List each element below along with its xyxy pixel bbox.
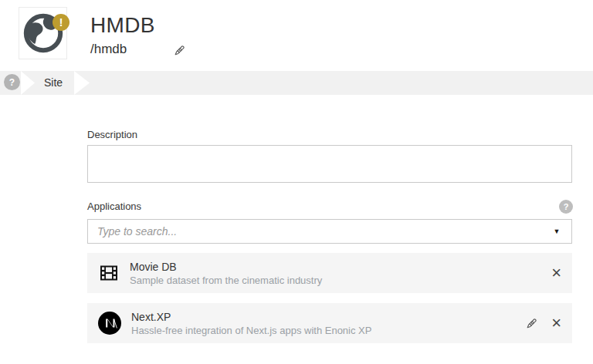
applications-label: Applications: [87, 201, 141, 212]
application-description: Sample dataset from the cinematic indust…: [130, 275, 322, 286]
film-strip-icon: [98, 262, 120, 284]
page-path[interactable]: /hmdb: [90, 42, 127, 57]
application-info: Movie DB Sample dataset from the cinemat…: [130, 261, 322, 286]
help-icon[interactable]: ?: [4, 74, 20, 90]
application-row-movie-db: Movie DB Sample dataset from the cinemat…: [87, 253, 572, 293]
description-textarea[interactable]: [87, 145, 572, 183]
site-wizard-panel: ! HMDB /hmdb ? Site Description Applicat…: [0, 0, 593, 364]
edit-name-icon[interactable]: [173, 44, 186, 57]
application-description: Hassle-free integration of Next.js apps …: [131, 325, 371, 336]
warning-badge: !: [53, 14, 69, 31]
remove-application-button[interactable]: ×: [551, 265, 561, 281]
application-selector: ▼: [87, 219, 572, 244]
application-search-input[interactable]: [88, 220, 542, 243]
warning-badge-glyph: !: [59, 16, 63, 29]
row-actions: ×: [551, 265, 561, 281]
page-title[interactable]: HMDB: [90, 13, 155, 38]
tab-site[interactable]: Site: [44, 71, 63, 95]
application-row-next-xp: Next.XP Hassle-free integration of Next.…: [87, 303, 572, 343]
application-name: Next.XP: [131, 311, 371, 323]
application-name: Movie DB: [130, 261, 322, 273]
application-info: Next.XP Hassle-free integration of Next.…: [131, 311, 371, 336]
edit-application-icon[interactable]: [525, 317, 538, 330]
description-label: Description: [87, 129, 137, 140]
row-actions: ×: [525, 315, 561, 331]
site-thumbnail: !: [19, 7, 67, 59]
remove-application-button[interactable]: ×: [551, 315, 561, 331]
nextjs-icon: [98, 312, 121, 335]
dropdown-caret-icon[interactable]: ▼: [542, 228, 571, 235]
applications-help-icon[interactable]: ?: [559, 200, 573, 214]
